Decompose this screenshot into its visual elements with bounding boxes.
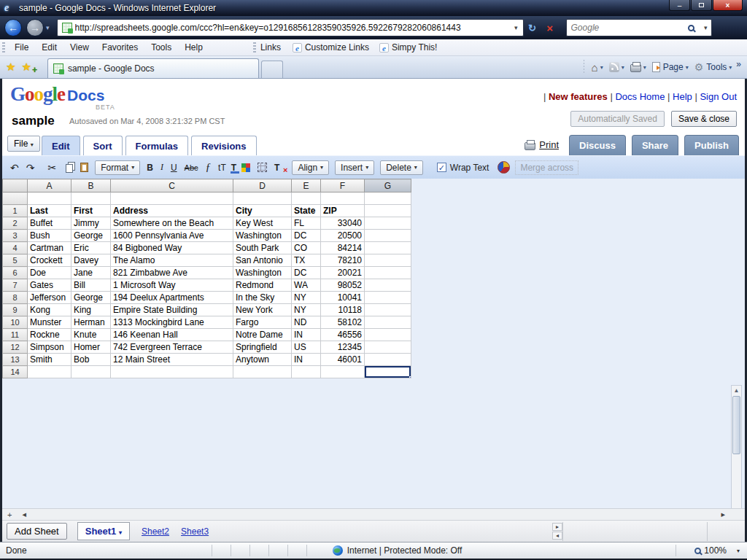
cell-B2[interactable]: Jimmy xyxy=(71,217,111,230)
search-dropdown-icon[interactable]: ▾ xyxy=(700,24,711,31)
tools-dropdown-icon[interactable]: ▾ xyxy=(729,64,732,71)
fill-handle[interactable] xyxy=(409,376,411,378)
url-input[interactable] xyxy=(75,23,511,33)
cell-D12[interactable]: Springfield xyxy=(233,341,292,354)
menu-favorites[interactable]: Favorites xyxy=(96,40,144,55)
cell-B6[interactable]: Jane xyxy=(71,267,111,279)
print-dropdown-icon[interactable]: ▾ xyxy=(643,64,646,71)
menu-tools[interactable]: Tools xyxy=(144,40,178,55)
sheet1-dropdown-icon[interactable]: ▾ xyxy=(119,529,122,536)
address-bar[interactable]: ▾ xyxy=(57,19,524,36)
cell-G3[interactable] xyxy=(365,230,411,242)
scroll-up-icon[interactable]: ▲ xyxy=(734,386,740,396)
format-menu-button[interactable]: Format ▾ xyxy=(95,160,140,175)
cell-B1[interactable]: First xyxy=(71,205,111,217)
cell-C1[interactable]: Address xyxy=(111,205,233,217)
col-header-C[interactable]: C xyxy=(111,179,233,192)
cell-D9[interactable]: New York xyxy=(233,304,292,316)
cell-G1[interactable] xyxy=(365,205,411,217)
recent-pages-chevron[interactable]: ▾ xyxy=(46,24,50,31)
zoom-dropdown-icon[interactable]: ▾ xyxy=(737,548,740,554)
cell-E6[interactable]: DC xyxy=(292,267,321,279)
stop-button[interactable]: × xyxy=(541,19,559,36)
tab-revisions[interactable]: Revisions xyxy=(191,136,256,155)
page-dropdown-icon[interactable]: ▾ xyxy=(686,64,689,71)
cell-C7[interactable]: 1 Microsoft Way xyxy=(111,279,233,292)
more-commands-chevron[interactable]: » xyxy=(735,59,743,75)
cell-E4[interactable]: CO xyxy=(292,242,321,254)
cell-A9[interactable]: Kong xyxy=(28,304,71,316)
cell-E1[interactable]: State xyxy=(292,205,321,217)
redo-button[interactable]: ↷ xyxy=(23,162,39,174)
underline-button[interactable]: U xyxy=(167,163,181,173)
file-menu-button[interactable]: File ▾ xyxy=(7,136,40,152)
cell-E3[interactable]: DC xyxy=(292,230,321,242)
cell-G8[interactable] xyxy=(365,292,411,304)
cell-C14[interactable] xyxy=(111,366,233,378)
docs-home-link[interactable]: Docs Home xyxy=(615,91,665,102)
cell-D11[interactable]: Notre Dame xyxy=(233,329,292,341)
cell-C3[interactable]: 1600 Pennsylvania Ave xyxy=(111,230,233,242)
new-tab-stub[interactable] xyxy=(261,61,283,78)
cell-D10[interactable]: Fargo xyxy=(233,316,292,329)
menu-view[interactable]: View xyxy=(63,40,96,55)
cell-E7[interactable]: WA xyxy=(292,279,321,292)
col-header-A[interactable]: A xyxy=(28,179,71,192)
cell-C6[interactable]: 821 Zimbabwe Ave xyxy=(111,267,233,279)
strikethrough-button[interactable]: Abc xyxy=(181,163,202,172)
discuss-tab[interactable]: Discuss xyxy=(569,135,626,155)
row-header-5[interactable]: 5 xyxy=(3,254,28,267)
panel-collapse-buttons[interactable]: ▸ ◂ xyxy=(552,523,562,540)
row-header-1[interactable]: 1 xyxy=(3,205,28,217)
cell-G7[interactable] xyxy=(365,279,411,292)
copy-button[interactable] xyxy=(60,162,77,173)
row-header-6[interactable]: 6 xyxy=(3,267,28,279)
cell-F7[interactable]: 98052 xyxy=(321,279,365,292)
cell-A10[interactable]: Munster xyxy=(28,316,71,329)
sign-out-link[interactable]: Sign Out xyxy=(700,91,737,102)
cell-A2[interactable]: Buffet xyxy=(28,217,71,230)
row-header-13[interactable]: 13 xyxy=(3,354,28,366)
align-menu-button[interactable]: Align ▾ xyxy=(292,160,329,175)
cell-D7[interactable]: Redmond xyxy=(233,279,292,292)
tab-sort[interactable]: Sort xyxy=(83,136,123,155)
cell-C4[interactable]: 84 Bigboned Way xyxy=(111,242,233,254)
cut-button[interactable]: ✂ xyxy=(44,162,60,174)
background-color-button[interactable] xyxy=(238,163,254,172)
cell-D6[interactable]: Washington xyxy=(233,267,292,279)
cell-A13[interactable]: Smith xyxy=(28,354,71,366)
cell-A1[interactable]: Last xyxy=(28,205,71,217)
col-header-B[interactable]: B xyxy=(71,179,111,192)
home-button[interactable]: ⌂ ▾ xyxy=(589,61,606,74)
font-size-button[interactable]: tT xyxy=(214,163,230,173)
link-customize-links[interactable]: e Customize Links xyxy=(287,42,374,52)
print-link[interactable]: Print xyxy=(539,139,559,150)
cell-A5[interactable]: Crockett xyxy=(28,254,71,267)
save-close-button[interactable]: Save & close xyxy=(671,111,737,127)
cell-G14[interactable] xyxy=(365,366,411,378)
share-tab[interactable]: Share xyxy=(632,135,678,155)
link-simpy-this[interactable]: e Simpy This! xyxy=(374,42,442,52)
cell-B9[interactable]: King xyxy=(71,304,111,316)
row-header-10[interactable]: 10 xyxy=(3,316,28,329)
cell-F5[interactable]: 78210 xyxy=(321,254,365,267)
help-link[interactable]: Help xyxy=(673,91,692,102)
cell-D14[interactable] xyxy=(233,366,292,378)
cell-E2[interactable]: FL xyxy=(292,217,321,230)
cell-B13[interactable]: Bob xyxy=(71,354,111,366)
sheet-tab-sheet3[interactable]: Sheet3 xyxy=(181,526,209,537)
cell-B5[interactable]: Davey xyxy=(71,254,111,267)
borders-button[interactable] xyxy=(254,163,271,172)
cell-D8[interactable]: In the Sky xyxy=(233,292,292,304)
cell-D4[interactable]: South Park xyxy=(233,242,292,254)
col-header-D[interactable]: D xyxy=(233,179,292,192)
cell-F11[interactable]: 46556 xyxy=(321,329,365,341)
sheet-tab-sheet2[interactable]: Sheet2 xyxy=(142,526,169,537)
text-color-button[interactable]: T xyxy=(230,163,238,173)
cell-G11[interactable] xyxy=(365,329,411,341)
cell-C10[interactable]: 1313 Mockingbird Lane xyxy=(111,316,233,329)
gutter-row-header[interactable] xyxy=(3,192,28,205)
cell-C13[interactable]: 12 Main Street xyxy=(111,354,233,366)
cell-F9[interactable]: 10118 xyxy=(321,304,365,316)
vertical-scroll-thumb[interactable] xyxy=(732,396,740,454)
